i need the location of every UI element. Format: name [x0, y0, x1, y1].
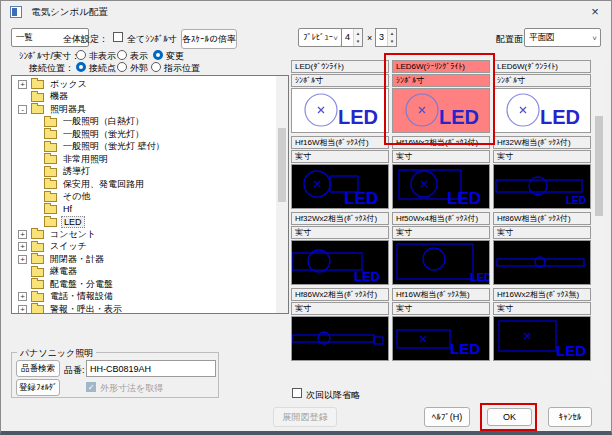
arrow-up-icon[interactable]: ▲	[354, 29, 362, 37]
expander-icon[interactable]: -	[18, 105, 27, 114]
tree-item-label: 警報・呼出・表示	[48, 303, 124, 314]
symbol-cell[interactable]: Hf32W相当(ﾎﾞｯｸｽ付) 実寸 LED	[493, 136, 591, 209]
svg-text:LED: LED	[556, 342, 586, 359]
tree-item[interactable]: +ボックス	[14, 78, 288, 91]
tree-item[interactable]: 継電器	[14, 266, 288, 279]
tree-item[interactable]: 配電盤・分電盤	[14, 278, 288, 291]
app-icon	[10, 6, 22, 18]
expander-icon[interactable]: +	[18, 305, 27, 314]
radio-hide[interactable]	[76, 50, 86, 60]
symbol-preview[interactable]	[291, 316, 389, 361]
overall-settings-label: 全体設定：	[63, 33, 108, 46]
skip-next-checkbox[interactable]	[292, 388, 302, 398]
grid-scrollbar[interactable]	[593, 60, 605, 378]
placement-plane-label: 配置面	[496, 33, 523, 46]
tree-item[interactable]: 一般照明（蛍光灯）	[14, 128, 288, 141]
symbol-cell[interactable]: Hf16Wx2相当(ﾎﾞｯｸｽ付) 実寸 LED	[392, 136, 490, 209]
symbol-cell[interactable]: LED6W(ﾀﾞｳﾝﾗｲﾄ) ｼﾝﾎﾞﾙ寸 LED	[493, 60, 591, 133]
symbol-cell[interactable]: Hf86W相当(ﾎﾞｯｸｽ付) 実寸	[493, 212, 591, 285]
all-symbol-checkbox[interactable]	[113, 32, 123, 42]
tree-item[interactable]: 機器	[14, 91, 288, 104]
tree-item[interactable]: その他	[14, 191, 288, 204]
symbol-preview[interactable]: LED	[291, 164, 389, 209]
tree-item-led-selected[interactable]: LED	[14, 216, 288, 229]
tree-item[interactable]: +警報・呼出・表示	[14, 303, 288, 314]
tree-item[interactable]: 非常用照明	[14, 153, 288, 166]
radio-connect-point[interactable]	[76, 62, 86, 72]
panasonic-group-label: パナソニック照明	[17, 347, 96, 360]
tree-item[interactable]: 誘導灯	[14, 166, 288, 179]
arrow-down-icon[interactable]: ▼	[354, 37, 362, 45]
tree-item[interactable]: 保安用、発電回路用	[14, 178, 288, 191]
tree-item[interactable]: Hf	[14, 203, 288, 216]
preview-select[interactable]: ﾌﾟﾚﾋﾞｭｰ ˅	[298, 28, 342, 47]
tree-item-label: LED	[61, 216, 85, 228]
outline-dims-checkbox[interactable]: ✓	[86, 382, 96, 392]
placement-plane-select[interactable]: 平面図 ˅	[524, 28, 601, 47]
symbol-title: Hf32Wx2相当(ﾎﾞｯｸｽ付)	[291, 212, 389, 225]
part-number-input[interactable]	[86, 360, 216, 377]
symbol-preview[interactable]: LED	[392, 316, 490, 361]
scrollbar-thumb[interactable]	[595, 116, 603, 216]
arrow-up-icon[interactable]: ▲	[388, 29, 396, 37]
expander-icon[interactable]: +	[18, 292, 27, 301]
symbol-preview[interactable]: LED	[291, 88, 389, 133]
tree-item[interactable]: -照明器具	[14, 103, 288, 116]
ok-button[interactable]: OK	[487, 408, 532, 426]
cancel-button[interactable]: ｷｬﾝｾﾙ	[548, 407, 592, 427]
symbol-title: Hf16Wx2相当(ﾎﾞｯｸｽ無)	[493, 288, 591, 301]
symbol-cell[interactable]: LED(ﾀﾞｳﾝﾗｲﾄ) ｼﾝﾎﾞﾙ寸 LED	[291, 60, 389, 133]
tree-item[interactable]: +コンセント	[14, 228, 288, 241]
symbol-preview[interactable]: LED	[392, 240, 490, 285]
symbol-preview[interactable]: LED	[493, 316, 591, 361]
symbol-preview[interactable]: LED	[493, 164, 591, 209]
symbol-cell[interactable]: Hf16W相当(ﾎﾞｯｸｽ付) 実寸 LED	[291, 136, 389, 209]
tree-item[interactable]: 一般照明（蛍光灯 壁付）	[14, 141, 288, 154]
expander-icon[interactable]: +	[18, 80, 27, 89]
tree-item[interactable]: 一般照明（白熱灯）	[14, 116, 288, 129]
part-search-button[interactable]: 品番検索	[16, 360, 60, 377]
radio-indicated-position[interactable]	[151, 62, 161, 72]
symbol-cell[interactable]: Hf16Wx2相当(ﾎﾞｯｸｽ無) 実寸 LED	[493, 288, 591, 361]
scale-ratio-button[interactable]: 各ｽｹｰﾙの倍率	[181, 29, 237, 49]
placement-plane-value: 平面図	[529, 32, 555, 42]
symbol-cell[interactable]: Hf16W相当(ﾎﾞｯｸｽ無) 実寸 LED	[392, 288, 490, 361]
hf16wx2-box-drawing: LED	[393, 165, 489, 208]
symbol-cell[interactable]: Hf86Wx2相当(ﾎﾞｯｸｽ付) 実寸	[291, 288, 389, 361]
outline-dims-label: 外形寸法を取得	[100, 382, 163, 395]
symbol-preview[interactable]: LED	[493, 88, 591, 133]
symbol-cell[interactable]: Hf50Wx4相当(ﾎﾞｯｸｽ付) 実寸 LED	[392, 212, 490, 285]
symbol-preview[interactable]: LED	[291, 240, 389, 285]
multiply-label: ×	[367, 33, 372, 43]
preview-rows-stepper[interactable]: 3 ▲ ▼	[375, 28, 397, 47]
folder-icon	[44, 180, 57, 189]
help-button[interactable]: ﾍﾙﾌﾟ(H)	[424, 407, 470, 427]
chevron-down-icon: ˅	[333, 30, 338, 47]
expander-icon[interactable]: +	[18, 242, 27, 251]
preview-cols-stepper[interactable]: 4 ▲ ▼	[341, 28, 363, 47]
tree-item[interactable]: +開閉器・計器	[14, 253, 288, 266]
stepper-arrows[interactable]: ▲ ▼	[353, 29, 362, 46]
symbol-cell-selected[interactable]: LED6W(ｼｰﾘﾝｸﾞﾗｲﾄ) ｼﾝﾎﾞﾙ寸 LED	[392, 60, 490, 133]
symbol-preview[interactable]: LED	[392, 164, 490, 209]
tree-item[interactable]: +電話・情報設備	[14, 291, 288, 304]
tree-item-label: Hf	[61, 204, 74, 214]
radio-outline[interactable]	[117, 62, 127, 72]
expander-icon[interactable]: +	[18, 255, 27, 264]
radio-show[interactable]	[117, 50, 127, 60]
symbol-cell[interactable]: Hf32Wx2相当(ﾎﾞｯｸｽ付) 実寸 LED	[291, 212, 389, 285]
tree-item-label: 電話・情報設備	[48, 290, 115, 303]
radio-change[interactable]	[153, 50, 163, 60]
stepper-arrows[interactable]: ▲ ▼	[387, 29, 396, 46]
arrow-down-icon[interactable]: ▼	[388, 37, 396, 45]
tree-item[interactable]: +スイッチ	[14, 241, 288, 254]
tree-scrollbar[interactable]	[276, 76, 288, 313]
scrollbar-thumb[interactable]	[278, 128, 286, 202]
symbol-preview[interactable]	[493, 240, 591, 285]
symbol-preview[interactable]: LED	[392, 88, 490, 133]
expander-icon[interactable]: +	[18, 230, 27, 239]
tree-item-label: 機器	[48, 90, 70, 103]
register-folder-button[interactable]: 登録ﾌｫﾙﾀﾞ	[16, 379, 60, 396]
led-downlight-drawing: LED	[292, 89, 388, 132]
close-icon[interactable]: ×	[587, 4, 603, 20]
